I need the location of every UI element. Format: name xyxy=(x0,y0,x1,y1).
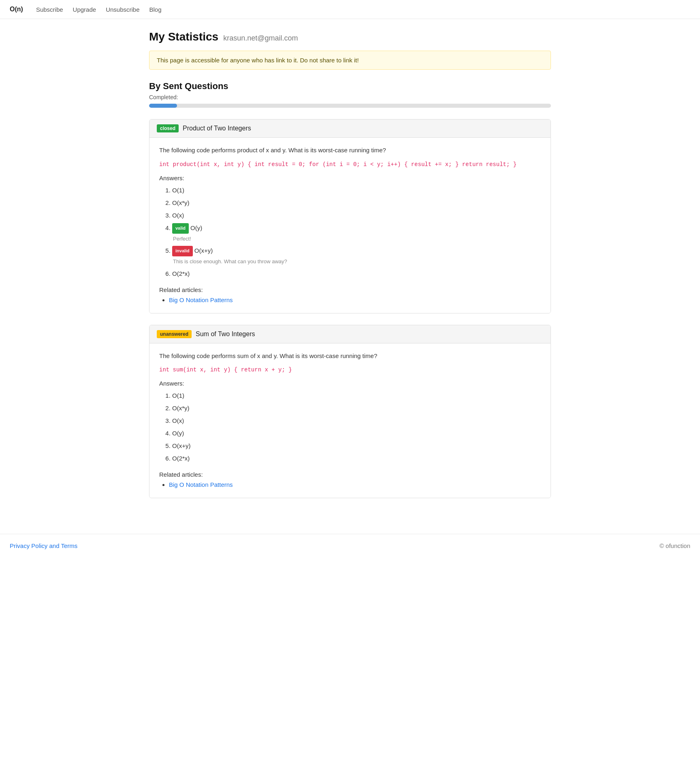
nav-unsubscribe[interactable]: Unsubscribe xyxy=(106,6,139,13)
answer-item: O(1) xyxy=(172,390,541,401)
related-label: Related articles: xyxy=(159,471,541,478)
nav-blog[interactable]: Blog xyxy=(149,6,162,13)
answer-valid-badge: valid xyxy=(172,223,189,234)
answers-list: O(1)O(x*y)O(x)validO(y)Perfect!invalidO(… xyxy=(159,185,541,279)
answers-label: Answers: xyxy=(159,380,541,387)
related-list: Big O Notation Patterns xyxy=(159,481,541,488)
main-content: My Statistics krasun.net@gmail.com This … xyxy=(139,19,561,534)
answer-item: O(x*y) xyxy=(172,403,541,414)
answer-item: O(x+y) xyxy=(172,440,541,451)
page-title-email: krasun.net@gmail.com xyxy=(223,34,298,43)
related-article-link[interactable]: Big O Notation Patterns xyxy=(169,481,233,488)
related-list: Big O Notation Patterns xyxy=(159,296,541,303)
answers-label: Answers: xyxy=(159,175,541,181)
nav-links: Subscribe Upgrade Unsubscribe Blog xyxy=(36,6,162,13)
answer-feedback: Perfect! xyxy=(173,234,541,243)
notice-banner: This page is accessible for anyone who h… xyxy=(149,51,551,70)
answer-item: invalidO(x+y)This is close enough. What … xyxy=(172,245,541,266)
questions-container: closed Product of Two Integers The follo… xyxy=(149,119,551,498)
code-snippet: int sum(int x, int y) { return x + y; } xyxy=(159,365,541,374)
answer-item: O(x) xyxy=(172,415,541,426)
answer-invalid-badge: invalid xyxy=(172,246,193,256)
card-status-badge: closed xyxy=(157,124,179,132)
footer-copyright: © ofunction xyxy=(659,542,690,549)
answer-item: O(y) xyxy=(172,428,541,439)
nav-subscribe[interactable]: Subscribe xyxy=(36,6,63,13)
answer-item: O(1) xyxy=(172,185,541,196)
page-title-container: My Statistics krasun.net@gmail.com xyxy=(149,30,551,43)
answer-feedback: This is close enough. What can you throw… xyxy=(173,257,541,266)
card-body-0: The following code performs product of x… xyxy=(149,138,551,313)
answer-item: O(x*y) xyxy=(172,197,541,208)
card-header-0: closed Product of Two Integers xyxy=(149,119,551,138)
question-card-1: unanswered Sum of Two Integers The follo… xyxy=(149,325,551,499)
related-label: Related articles: xyxy=(159,286,541,293)
progress-bar-fill xyxy=(149,104,177,108)
nav-brand: O(n) xyxy=(10,6,23,13)
question-card-0: closed Product of Two Integers The follo… xyxy=(149,119,551,313)
nav-upgrade[interactable]: Upgrade xyxy=(73,6,96,13)
card-header-1: unanswered Sum of Two Integers xyxy=(149,325,551,343)
code-snippet: int product(int x, int y) { int result =… xyxy=(159,160,541,169)
answers-list: O(1)O(x*y)O(x)O(y)O(x+y)O(2*x) xyxy=(159,390,541,464)
card-title: Sum of Two Integers xyxy=(196,330,255,338)
related-article-item: Big O Notation Patterns xyxy=(169,296,541,303)
card-status-badge: unanswered xyxy=(157,330,192,338)
page-title: My Statistics xyxy=(149,30,218,43)
navbar: O(n) Subscribe Upgrade Unsubscribe Blog xyxy=(0,0,700,19)
section-title: By Sent Questions xyxy=(149,81,551,92)
related-article-link[interactable]: Big O Notation Patterns xyxy=(169,296,233,303)
card-title: Product of Two Integers xyxy=(183,125,251,132)
progress-bar-container xyxy=(149,104,551,108)
answer-item: O(x) xyxy=(172,210,541,221)
card-body-1: The following code performs sum of x and… xyxy=(149,343,551,498)
answer-item: O(2*x) xyxy=(172,453,541,464)
answer-item: O(2*x) xyxy=(172,268,541,279)
answer-item: validO(y)Perfect! xyxy=(172,222,541,243)
question-text: The following code performs sum of x and… xyxy=(159,352,541,361)
completed-label: Completed: xyxy=(149,94,551,100)
footer: Privacy Policy and Terms © ofunction xyxy=(0,534,700,557)
related-article-item: Big O Notation Patterns xyxy=(169,481,541,488)
question-text: The following code performs product of x… xyxy=(159,146,541,155)
privacy-policy-link[interactable]: Privacy Policy and Terms xyxy=(10,542,77,549)
